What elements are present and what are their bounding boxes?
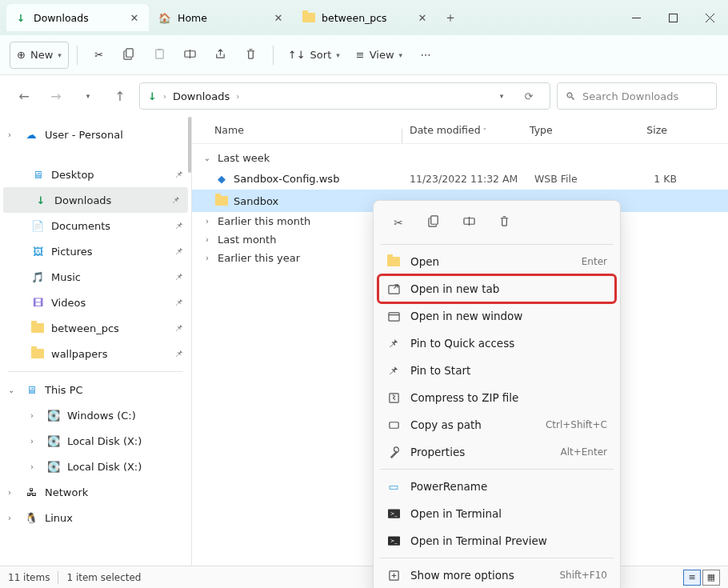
- copy-button[interactable]: [422, 210, 446, 234]
- context-open-new-window[interactable]: Open in new window: [378, 302, 615, 330]
- icons-view-button[interactable]: ▦: [702, 570, 720, 586]
- sidebar-item-videos[interactable]: 🎞 Videos 📌︎: [0, 290, 191, 315]
- context-compress-zip[interactable]: Compress to ZIP file: [378, 384, 615, 411]
- delete-button[interactable]: [492, 210, 516, 234]
- recent-button[interactable]: ▾: [75, 83, 101, 109]
- sidebar-item-label: Music: [51, 271, 81, 283]
- network-icon: 🖧: [24, 485, 38, 499]
- ci-label: Compress to ZIP file: [410, 391, 607, 404]
- ci-label: Open in Terminal Preview: [410, 534, 607, 547]
- pin-icon: 📌︎: [174, 246, 183, 257]
- context-menu: ✂ Open Enter Open in new tab Open in new…: [373, 200, 621, 588]
- tab-downloads[interactable]: ↓ Downloads ✕: [6, 4, 149, 31]
- forward-button[interactable]: →: [43, 83, 69, 109]
- paste-icon: [154, 48, 166, 62]
- column-type[interactable]: Type: [530, 124, 619, 136]
- sidebar-item-drive-x2[interactable]: › 💽 Local Disk (X:): [0, 454, 191, 479]
- more-icon: ⋯: [421, 49, 431, 61]
- context-open-terminal[interactable]: >_ Open in Terminal: [378, 500, 615, 527]
- details-view-button[interactable]: ≡: [683, 570, 701, 586]
- sidebar-item-label: Linux: [45, 512, 73, 524]
- context-open[interactable]: Open Enter: [378, 248, 615, 275]
- chevron-right-icon: ›: [30, 437, 40, 446]
- new-label: New: [30, 49, 53, 61]
- paste-button[interactable]: [146, 42, 174, 69]
- new-tab-button[interactable]: ＋: [438, 6, 462, 30]
- svg-rect-6: [158, 48, 162, 50]
- maximize-button[interactable]: [654, 5, 691, 30]
- sidebar-item-drive-x1[interactable]: › 💽 Local Disk (X:): [0, 428, 191, 454]
- sidebar-item-pictures[interactable]: 🖼 Pictures 📌︎: [0, 238, 191, 264]
- context-open-terminal-preview[interactable]: >_ Open in Terminal Preview: [378, 527, 615, 554]
- refresh-button[interactable]: ⟳: [516, 83, 542, 109]
- chevron-right-icon: ›: [8, 514, 18, 522]
- more-button[interactable]: ⋯: [412, 42, 439, 69]
- file-name: Sandbox-Config.wsb: [234, 173, 339, 185]
- share-button[interactable]: [207, 42, 234, 69]
- cut-button[interactable]: ✂: [386, 210, 410, 234]
- ci-label: Open: [410, 255, 572, 268]
- context-show-more[interactable]: Show more options Shift+F10: [378, 562, 615, 588]
- context-copy-path[interactable]: Copy as path Ctrl+Shift+C: [378, 411, 615, 438]
- chevron-right-icon: ›: [163, 92, 166, 101]
- tab-home[interactable]: 🏠 Home ✕: [150, 4, 293, 31]
- folder-icon: [30, 321, 45, 335]
- chevron-down-icon: ▾: [399, 51, 403, 59]
- address-bar[interactable]: ↓ › Downloads › ▾ ⟳: [139, 82, 550, 110]
- file-row[interactable]: ◆ Sandbox-Config.wsb 11/23/2022 11:32 AM…: [192, 167, 728, 190]
- close-icon[interactable]: ✕: [128, 11, 141, 24]
- close-window-button[interactable]: [691, 5, 728, 30]
- up-button[interactable]: ↑: [107, 83, 133, 109]
- context-pin-quick-access[interactable]: 📌︎ Pin to Quick access: [378, 330, 615, 357]
- navigation-pane[interactable]: › ☁ User - Personal 🖥 Desktop 📌︎ ↓ Downl…: [0, 117, 192, 566]
- sidebar-item-desktop[interactable]: 🖥 Desktop 📌︎: [0, 162, 191, 187]
- chevron-right-icon: ›: [202, 217, 213, 226]
- videos-icon: 🎞: [30, 295, 45, 310]
- sidebar-item-linux[interactable]: › 🐧 Linux: [0, 505, 191, 530]
- copy-button[interactable]: [116, 42, 143, 69]
- column-date[interactable]: Date modified⌄: [410, 124, 530, 136]
- context-powerrename[interactable]: ▭ PowerRename: [378, 473, 615, 500]
- column-size[interactable]: Size: [619, 124, 667, 136]
- plus-circle-icon: ⊕: [17, 49, 26, 61]
- search-icon: 🔍︎: [566, 90, 576, 102]
- group-last-week[interactable]: ⌄ Last week: [192, 149, 728, 167]
- context-properties[interactable]: Properties Alt+Enter: [378, 438, 615, 466]
- rename-button[interactable]: [177, 42, 204, 69]
- sidebar-item-this-pc[interactable]: ⌄ 🖥 This PC: [0, 377, 191, 402]
- delete-button[interactable]: [238, 42, 265, 69]
- sidebar-item-user-personal[interactable]: › ☁ User - Personal: [0, 122, 191, 147]
- minimize-button[interactable]: [618, 5, 654, 30]
- folder-icon: [30, 346, 45, 361]
- context-pin-start[interactable]: 📌︎ Pin to Start: [378, 357, 615, 384]
- new-button[interactable]: ⊕ New ▾: [10, 42, 69, 69]
- close-icon[interactable]: ✕: [272, 11, 285, 24]
- sidebar-item-label: Documents: [51, 220, 110, 232]
- sort-button[interactable]: ↑↓ Sort ▾: [282, 42, 346, 69]
- tab-between-pcs[interactable]: between_pcs ✕: [294, 4, 437, 31]
- breadcrumb-item[interactable]: Downloads: [173, 90, 230, 102]
- context-open-new-tab[interactable]: Open in new tab: [378, 275, 615, 302]
- close-icon[interactable]: ✕: [416, 11, 429, 24]
- view-button[interactable]: ≡ View ▾: [350, 42, 409, 69]
- terminal-preview-icon: >_: [386, 534, 401, 548]
- address-dropdown-button[interactable]: ▾: [489, 83, 514, 109]
- download-icon: ↓: [34, 193, 48, 207]
- ci-label: Show more options: [410, 569, 550, 582]
- sidebar-item-music[interactable]: 🎵 Music 📌︎: [0, 264, 191, 290]
- column-name[interactable]: Name: [214, 124, 410, 136]
- documents-icon: 📄: [30, 218, 45, 233]
- search-input[interactable]: 🔍︎ Search Downloads: [557, 82, 717, 110]
- ci-label: Copy as path: [410, 418, 536, 431]
- sidebar-item-drive-c[interactable]: › 💽 Windows (C:): [0, 402, 191, 428]
- pin-icon: 📌︎: [386, 363, 401, 378]
- sidebar-item-downloads[interactable]: ↓ Downloads 📌︎: [3, 187, 188, 213]
- sidebar-item-documents[interactable]: 📄 Documents 📌︎: [0, 213, 191, 238]
- title-bar: ↓ Downloads ✕ 🏠 Home ✕ between_pcs ✕ ＋: [0, 0, 728, 35]
- sidebar-item-network[interactable]: › 🖧 Network: [0, 479, 191, 505]
- sidebar-item-between-pcs[interactable]: between_pcs 📌︎: [0, 315, 191, 341]
- rename-button[interactable]: [457, 210, 481, 234]
- cut-button[interactable]: ✂: [86, 42, 113, 69]
- sidebar-item-wallpapers[interactable]: wallpapers 📌︎: [0, 341, 191, 366]
- back-button[interactable]: ←: [11, 83, 37, 109]
